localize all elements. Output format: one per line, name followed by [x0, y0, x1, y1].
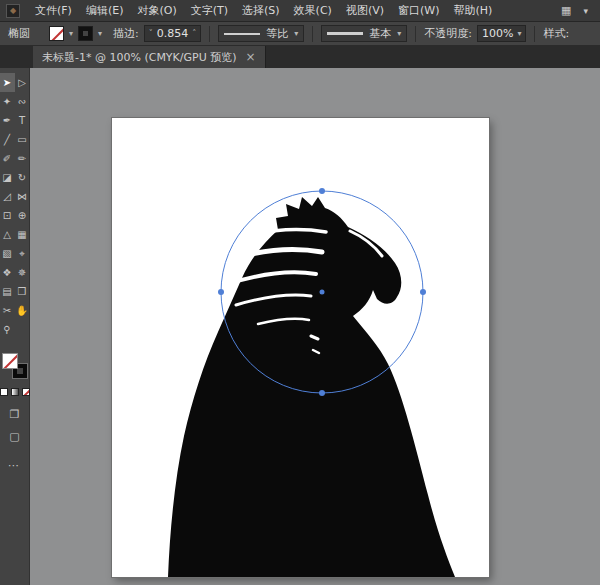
tool-icon: ✒	[3, 115, 11, 126]
direct-selection-tool[interactable]: ▷	[15, 73, 30, 92]
magic-wand-tool[interactable]: ✦	[0, 92, 15, 111]
rectangle-tool[interactable]: ▭	[15, 130, 30, 149]
tool-icon: ✦	[3, 96, 11, 107]
artwork-svg	[112, 118, 489, 577]
zoom-tool[interactable]: ⚲	[0, 320, 15, 339]
menu-item[interactable]: 文件(F)	[28, 0, 79, 22]
stroke-color-swatch[interactable]	[78, 26, 93, 41]
tool-icon: ✵	[18, 267, 26, 278]
tool-icon: ▦	[17, 229, 26, 240]
fill-color-swatch[interactable]	[49, 26, 64, 41]
tool-icon: ↻	[18, 172, 26, 183]
artboard-tool[interactable]: ❒	[15, 282, 30, 301]
graph-tool[interactable]: ▤	[0, 282, 15, 301]
width-tool[interactable]: ⋈	[15, 187, 30, 206]
fill-swatch[interactable]	[2, 353, 18, 369]
blend-tool[interactable]: ❖	[0, 263, 15, 282]
symbol-sprayer-tool[interactable]: ✵	[15, 263, 30, 282]
line-tool[interactable]: ╱	[0, 130, 15, 149]
stroke-weight-value[interactable]: 0.854	[157, 27, 189, 40]
perspective-grid-tool[interactable]: △	[0, 225, 15, 244]
menu-item[interactable]: 文字(T)	[184, 0, 235, 22]
profile-line-sample	[224, 33, 260, 35]
app-icon: ◆	[6, 4, 20, 18]
tool-icon: ▧	[2, 248, 11, 259]
edit-toolbar-button[interactable]: ⋯	[0, 459, 19, 472]
none-button[interactable]	[22, 388, 30, 396]
stroke-weight-label: 描边:	[113, 26, 139, 41]
menu-items: 文件(F)编辑(E)对象(O)文字(T)选择(S)效果(C)视图(V)窗口(W)…	[28, 0, 499, 22]
tool-icon: ⚲	[3, 324, 10, 335]
opacity-field[interactable]: 100% ▾	[477, 25, 526, 42]
tab-close-icon[interactable]: ×	[246, 51, 256, 63]
stroke-spinner-down-icon[interactable]: ˅	[149, 29, 153, 38]
tool-icon: ▷	[18, 77, 26, 88]
anchor-point-left[interactable]	[218, 289, 224, 295]
tool-icon: ▤	[2, 286, 11, 297]
active-tool-label: 椭圆	[8, 26, 30, 41]
menubar-right: ▦ ▾	[561, 4, 588, 17]
gradient-tool[interactable]: ▧	[0, 244, 15, 263]
pencil-tool[interactable]: ✏	[15, 149, 30, 168]
color-button[interactable]	[0, 388, 8, 396]
paintbrush-tool[interactable]: ✐	[0, 149, 15, 168]
center-point[interactable]	[320, 290, 325, 295]
tools-panel: ➤▷✦∾✒T╱▭✐✏◪↻◿⋈⊡⊕△▦▧⌖❖✵▤❒✂✋⚲ ❐ ▢ ⋯	[0, 68, 30, 585]
type-tool[interactable]: T	[15, 111, 30, 130]
brush-definition-dropdown[interactable]: 基本 ▾	[321, 25, 407, 42]
stroke-caret-icon[interactable]: ▾	[98, 29, 102, 38]
tool-icon: T	[19, 115, 25, 126]
selection-tool[interactable]: ➤	[0, 73, 15, 92]
screen-mode-icon[interactable]: ▢	[9, 430, 19, 443]
separator	[209, 26, 210, 42]
document-tab-title: 未标题-1* @ 100% (CMYK/GPU 预览)	[42, 50, 237, 65]
eyedropper-tool[interactable]: ⌖	[15, 244, 30, 263]
workspace-switcher-icon[interactable]: ▦	[561, 4, 571, 17]
menu-item[interactable]: 帮助(H)	[446, 0, 499, 22]
profile-caret-icon: ▾	[294, 29, 298, 38]
gradient-button[interactable]	[11, 388, 19, 396]
menu-item[interactable]: 效果(C)	[287, 0, 339, 22]
eagle-artwork	[168, 197, 455, 577]
menu-item[interactable]: 对象(O)	[130, 0, 183, 22]
canvas-area[interactable]	[30, 68, 600, 585]
tool-icon: ❒	[18, 286, 27, 297]
document-tab[interactable]: 未标题-1* @ 100% (CMYK/GPU 预览) ×	[33, 46, 266, 68]
rotate-tool[interactable]: ↻	[15, 168, 30, 187]
menu-item[interactable]: 视图(V)	[339, 0, 391, 22]
menu-item[interactable]: 选择(S)	[235, 0, 287, 22]
tool-icon: ◿	[3, 191, 11, 202]
stroke-weight-field[interactable]: ˅ 0.854 ˄	[144, 25, 202, 42]
tool-icon: ╱	[4, 134, 10, 145]
tool-icon: ✂	[3, 305, 11, 316]
artboard[interactable]	[112, 118, 489, 577]
brush-caret-icon: ▾	[397, 29, 401, 38]
opacity-value[interactable]: 100%	[482, 27, 513, 40]
pen-tool[interactable]: ✒	[0, 111, 15, 130]
slice-tool[interactable]: ✂	[0, 301, 15, 320]
opacity-caret-icon[interactable]: ▾	[517, 29, 521, 38]
tool-icon: ⌖	[19, 248, 25, 260]
stroke-spinner-up-icon[interactable]: ˄	[192, 29, 196, 38]
width-profile-dropdown[interactable]: 等比 ▾	[218, 25, 304, 42]
anchor-point-top[interactable]	[319, 188, 325, 194]
mode-icons: ❐ ▢	[9, 408, 19, 443]
shape-builder-tool[interactable]: ⊕	[15, 206, 30, 225]
free-transform-tool[interactable]: ⊡	[0, 206, 15, 225]
fill-stroke-indicator	[2, 353, 28, 379]
anchor-point-bottom[interactable]	[319, 390, 325, 396]
menu-item[interactable]: 编辑(E)	[79, 0, 131, 22]
hand-tool[interactable]: ✋	[15, 301, 30, 320]
fill-caret-icon[interactable]: ▾	[69, 29, 73, 38]
tool-icon: ∾	[18, 96, 26, 107]
draw-mode-icon[interactable]: ❐	[10, 408, 20, 421]
chevron-down-icon[interactable]: ▾	[583, 6, 588, 16]
mesh-tool[interactable]: ▦	[15, 225, 30, 244]
lasso-tool[interactable]: ∾	[15, 92, 30, 111]
color-mode-row	[0, 388, 30, 396]
scale-tool[interactable]: ◿	[0, 187, 15, 206]
eraser-tool[interactable]: ◪	[0, 168, 15, 187]
anchor-point-right[interactable]	[420, 289, 426, 295]
tool-icon: ⊡	[3, 210, 11, 221]
menu-item[interactable]: 窗口(W)	[391, 0, 446, 22]
